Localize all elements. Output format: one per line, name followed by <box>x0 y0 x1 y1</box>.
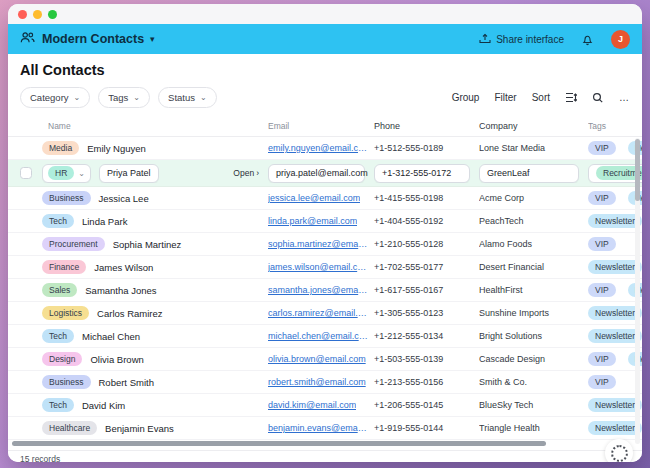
tags-cell: VIP <box>588 375 642 389</box>
vertical-scrollbar-thumb[interactable] <box>635 139 640 201</box>
search-icon[interactable] <box>592 92 604 104</box>
category-pill: Healthcare <box>42 421 97 435</box>
tag-pill: Newsletter <box>588 329 642 343</box>
category-filter-button[interactable]: Category ⌄ <box>20 87 90 108</box>
table-row[interactable]: HealthcareBenjamin Evansbenjamin.evans@e… <box>8 417 642 440</box>
share-interface-button[interactable]: Share interface <box>479 33 564 46</box>
user-avatar[interactable]: J <box>611 30 630 49</box>
phone-value: +1-210-555-0128 <box>374 239 479 249</box>
email-link[interactable]: david.kim@email.com <box>268 400 356 410</box>
tags-filter-button[interactable]: Tags ⌄ <box>98 87 150 108</box>
email-field[interactable]: priya.patel@email.com <box>268 164 365 183</box>
tags-field[interactable]: Recruitment <box>588 164 642 183</box>
table-row[interactable]: BusinessRobert Smithrobert.smith@email.c… <box>8 371 642 394</box>
vertical-scrollbar[interactable] <box>635 138 640 444</box>
tag-pill: Newsletter <box>588 421 642 435</box>
tag-pill: VIP <box>588 283 616 297</box>
status-filter-button[interactable]: Status ⌄ <box>158 87 217 108</box>
email-link[interactable]: benjamin.evans@email.com <box>268 423 368 433</box>
category-pill: Design <box>42 352 82 366</box>
more-options-button[interactable]: … <box>619 92 630 103</box>
phone-field[interactable]: +1-312-555-0172 <box>374 164 470 183</box>
email-link[interactable]: olivia.brown@email.com <box>268 354 366 364</box>
table-row[interactable]: DesignOlivia Brownolivia.brown@email.com… <box>8 348 642 371</box>
tags-cell: VIPNewsletter <box>588 352 642 366</box>
table-row[interactable]: ProcurementSophia Martinezsophia.martine… <box>8 233 642 256</box>
table-row[interactable]: TechLinda Parklinda.park@email.com+1-404… <box>8 210 642 233</box>
tags-cell: Newsletter <box>588 329 642 343</box>
open-record-button[interactable]: Open › <box>233 168 259 178</box>
tags-cell: Newsletter <box>588 260 642 274</box>
phone-value: +1-206-555-0145 <box>374 400 479 410</box>
company-value: PeachTech <box>479 216 588 226</box>
name-field[interactable]: Priya Patel <box>99 164 159 183</box>
phone-value: +1-213-555-0156 <box>374 377 479 387</box>
table-row[interactable]: SalesSamantha Jonessamantha.jones@email.… <box>8 279 642 302</box>
email-link[interactable]: jessica.lee@email.com <box>268 193 360 203</box>
page-title: All Contacts <box>20 62 642 78</box>
phone-value: +1-415-555-0198 <box>374 193 479 203</box>
company-field[interactable]: GreenLeaf <box>479 164 579 183</box>
company-value: Smith & Co. <box>479 377 588 387</box>
table-row[interactable]: LogisticsCarlos Ramirezcarlos.ramirez@em… <box>8 302 642 325</box>
company-value: Triangle Health <box>479 423 588 433</box>
table-row[interactable]: BusinessJessica Leejessica.lee@email.com… <box>8 187 642 210</box>
table-row[interactable]: FinanceJames Wilsonjames.wilson@email.co… <box>8 256 642 279</box>
filter-button[interactable]: Filter <box>494 92 516 103</box>
row-height-icon[interactable] <box>565 92 577 103</box>
email-link[interactable]: robert.smith@email.com <box>268 377 366 387</box>
notifications-bell-icon[interactable] <box>581 33 594 46</box>
table-footer: 15 records <box>8 439 642 462</box>
minimize-window-button[interactable] <box>33 10 42 19</box>
email-link[interactable]: sophia.martinez@email.com <box>268 239 368 249</box>
tags-cell: Newsletter <box>588 421 642 435</box>
share-icon <box>479 33 491 46</box>
filter-toolbar: Category ⌄ Tags ⌄ Status ⌄ Group Filter … <box>20 87 630 108</box>
email-link[interactable]: carlos.ramirez@email.com <box>268 308 368 318</box>
phone-value: +1-512-555-0189 <box>374 143 479 153</box>
loading-spinner <box>605 439 633 462</box>
table-row[interactable]: MediaEmily Nguyenemily.nguyen@email.com+… <box>8 137 642 160</box>
tag-pill: VIP <box>588 141 616 155</box>
table-row[interactable]: TechDavid Kimdavid.kim@email.com+1-206-5… <box>8 394 642 417</box>
category-pill: Procurement <box>42 237 105 251</box>
maximize-window-button[interactable] <box>48 10 57 19</box>
column-header-company: Company <box>479 121 588 131</box>
table-row-active[interactable]: HR⌄Priya PatelOpen ›priya.patel@email.co… <box>8 160 642 187</box>
company-value: Sunshine Imports <box>479 308 588 318</box>
email-link[interactable]: samantha.jones@email.com <box>268 285 368 295</box>
tags-cell: Newsletter <box>588 214 642 228</box>
category-pill: Tech <box>42 398 74 412</box>
category-pill: Logistics <box>42 306 89 320</box>
company-value: BlueSky Tech <box>479 400 588 410</box>
chevron-down-icon[interactable]: ▾ <box>150 34 155 44</box>
app-title[interactable]: Modern Contacts <box>42 32 144 46</box>
record-count: 15 records <box>20 454 60 462</box>
row-checkbox[interactable] <box>20 167 32 179</box>
category-pill: Tech <box>42 214 74 228</box>
tag-pill: Newsletter <box>588 398 642 412</box>
company-value: Desert Financial <box>479 262 588 272</box>
table-row[interactable]: TechMichael Chenmichael.chen@email.com+1… <box>8 325 642 348</box>
phone-value: +1-503-555-0139 <box>374 354 479 364</box>
group-button[interactable]: Group <box>452 92 480 103</box>
close-window-button[interactable] <box>18 10 27 19</box>
email-link[interactable]: linda.park@email.com <box>268 216 357 226</box>
chevron-down-icon: ⌄ <box>200 93 207 102</box>
contact-name: James Wilson <box>94 262 153 273</box>
chevron-down-icon: ⌄ <box>74 93 81 102</box>
company-value: Acme Corp <box>479 193 588 203</box>
email-link[interactable]: michael.chen@email.com <box>268 331 368 341</box>
tag-pill: Newsletter <box>588 306 642 320</box>
email-link[interactable]: james.wilson@email.com <box>268 262 368 272</box>
category-pill: Sales <box>42 283 77 297</box>
email-link[interactable]: emily.nguyen@email.com <box>268 143 368 153</box>
chevron-down-icon: ⌄ <box>78 169 85 178</box>
sort-button[interactable]: Sort <box>532 92 550 103</box>
horizontal-scrollbar[interactable] <box>12 441 546 446</box>
tag-pill: VIP <box>588 191 616 205</box>
tags-cell: VIP <box>588 237 642 251</box>
tags-cell: Newsletter <box>588 306 642 320</box>
contact-name: Benjamin Evans <box>105 423 174 434</box>
category-dropdown[interactable]: HR⌄ <box>42 164 91 183</box>
